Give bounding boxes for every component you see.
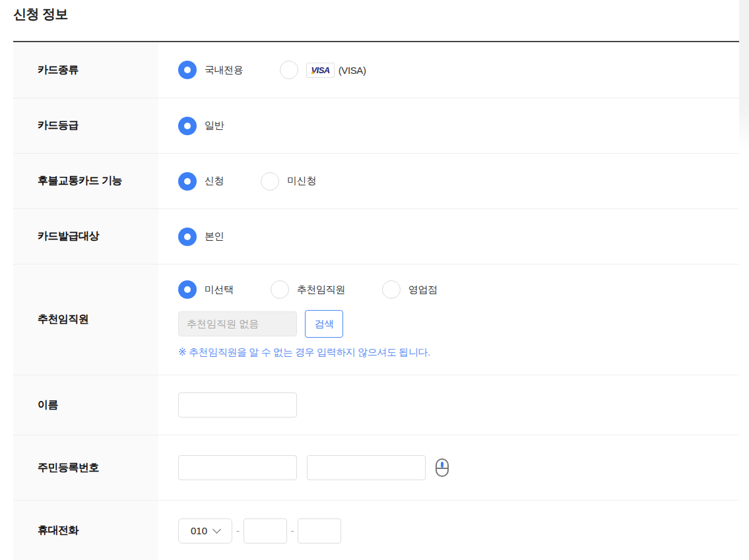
- radio-selected-icon: [178, 280, 197, 299]
- radio-transit-no-apply[interactable]: 미신청: [261, 172, 316, 191]
- chevron-down-icon: [212, 525, 221, 534]
- phone-dash: -: [291, 526, 294, 536]
- transit-radio-group: 신청 미신청: [178, 172, 353, 191]
- application-form-table: 카드종류 국내전용 VISA (VISA): [13, 41, 739, 560]
- row-label-phone: 휴대전화: [13, 501, 158, 560]
- radio-label-employee: 추천임직원: [297, 284, 345, 296]
- row-label-card-grade: 카드등급: [13, 98, 158, 153]
- radio-card-type-visa[interactable]: VISA (VISA): [280, 61, 366, 79]
- form-row-card-grade: 카드등급 일반: [13, 98, 739, 154]
- issue-target-radio-group: 본인: [178, 228, 261, 246]
- row-label-name: 이름: [13, 375, 158, 435]
- radio-unselected-icon: [271, 280, 289, 299]
- visa-logo-icon: VISA: [306, 63, 334, 78]
- row-label-rrn: 주민등록번호: [13, 435, 158, 500]
- card-type-radio-group: 국내전용 VISA (VISA): [178, 61, 403, 79]
- rrn-back-input[interactable]: [307, 455, 426, 480]
- phone-prefix-value: 010: [191, 525, 207, 536]
- row-label-referrer: 추천임직원: [13, 264, 158, 375]
- form-row-card-type: 카드종류 국내전용 VISA (VISA): [13, 42, 739, 98]
- application-form-page: 신청 정보 카드종류 국내전용 VISA (VISA): [0, 0, 749, 560]
- form-row-phone: 휴대전화 010 - -: [13, 501, 739, 560]
- phone-last-input[interactable]: [298, 518, 341, 544]
- referrer-note: ※ 추천임직원을 알 수 없는 경우 입력하지 않으셔도 됩니다.: [178, 346, 430, 359]
- radio-selected-icon: [178, 172, 197, 191]
- radio-label-no-apply: 미신청: [287, 175, 316, 187]
- referrer-search-button[interactable]: 검색: [305, 310, 343, 338]
- row-label-transit: 후불교통카드 기능: [13, 154, 158, 208]
- form-row-referrer: 추천임직원 미선택 추천임직원 영업점: [13, 264, 739, 375]
- radio-selected-icon: [178, 228, 197, 246]
- phone-mid-input[interactable]: [244, 518, 287, 544]
- radio-referrer-employee[interactable]: 추천임직원: [271, 280, 345, 299]
- phone-prefix-select[interactable]: 010: [178, 518, 232, 544]
- radio-selected-icon: [178, 117, 197, 135]
- radio-card-type-domestic[interactable]: 국내전용: [178, 61, 243, 79]
- referrer-radio-group: 미선택 추천임직원 영업점: [178, 280, 474, 299]
- name-input[interactable]: [178, 392, 297, 418]
- radio-label-none: 미선택: [205, 284, 234, 296]
- row-label-card-type: 카드종류: [13, 42, 158, 98]
- form-row-transit-function: 후불교통카드 기능 신청 미신청: [13, 154, 739, 209]
- visa-label-text: (VISA): [339, 65, 366, 76]
- phone-input-group: 010 - -: [178, 518, 341, 544]
- radio-label-domestic: 국내전용: [205, 64, 243, 77]
- referrer-input[interactable]: [178, 311, 297, 336]
- radio-unselected-icon: [280, 61, 298, 79]
- radio-referrer-none[interactable]: 미선택: [178, 280, 234, 299]
- row-label-issue-target: 카드발급대상: [13, 209, 158, 264]
- phone-dash: -: [236, 526, 240, 536]
- radio-card-grade-general[interactable]: 일반: [178, 117, 224, 135]
- radio-label-visa: VISA (VISA): [306, 63, 366, 78]
- radio-referrer-branch[interactable]: 영업점: [382, 280, 438, 299]
- form-row-issue-target: 카드발급대상 본인: [13, 209, 739, 264]
- radio-selected-icon: [178, 61, 197, 79]
- mouse-icon[interactable]: [436, 458, 449, 477]
- radio-label-general: 일반: [205, 119, 224, 132]
- radio-unselected-icon: [261, 172, 279, 191]
- card-grade-radio-group: 일반: [178, 117, 261, 135]
- radio-issue-target-self[interactable]: 본인: [178, 228, 224, 246]
- form-row-name: 이름: [13, 375, 739, 435]
- form-row-rrn: 주민등록번호: [13, 435, 739, 501]
- page-title: 신청 정보: [13, 5, 739, 23]
- radio-unselected-icon: [382, 280, 401, 299]
- radio-label-branch: 영업점: [408, 284, 438, 296]
- page-edge-shadow: [739, 0, 749, 152]
- rrn-front-input[interactable]: [178, 455, 297, 480]
- radio-label-apply: 신청: [205, 175, 224, 187]
- rrn-input-group: [178, 455, 449, 480]
- radio-transit-apply[interactable]: 신청: [178, 172, 224, 191]
- radio-label-self: 본인: [205, 230, 224, 243]
